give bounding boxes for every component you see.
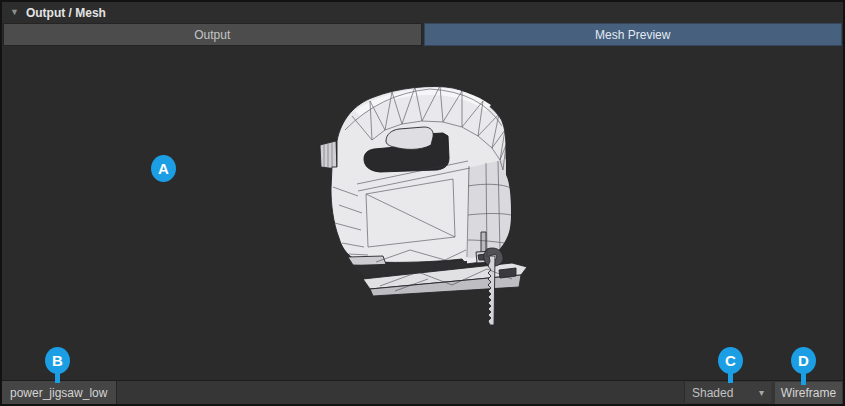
annotation-badge-a: A [151,155,176,182]
tab-bar: Output Mesh Preview [3,23,842,46]
annotation-badge-d: D [791,347,816,374]
panel-header: ▼ Output / Mesh [2,2,843,23]
wireframe-toggle-button[interactable]: Wireframe [775,382,842,404]
chevron-down-icon: ▾ [759,387,764,398]
shading-mode-value: Shaded [692,386,733,400]
output-mesh-panel: ▼ Output / Mesh Output Mesh Preview [0,0,845,406]
tab-mesh-preview[interactable]: Mesh Preview [424,23,843,46]
mesh-name-label: power_jigsaw_low [2,381,117,404]
mesh-preview-canvas[interactable] [2,47,843,379]
tab-output[interactable]: Output [3,23,422,46]
annotation-badge-c: C [718,347,743,374]
preview-status-bar: power_jigsaw_low Shaded ▾ Wireframe [2,380,843,404]
annotation-badge-b: B [45,347,70,374]
shading-mode-dropdown[interactable]: Shaded ▾ [684,382,771,403]
panel-title: Output / Mesh [26,6,106,20]
foldout-triangle-icon[interactable]: ▼ [10,8,19,17]
